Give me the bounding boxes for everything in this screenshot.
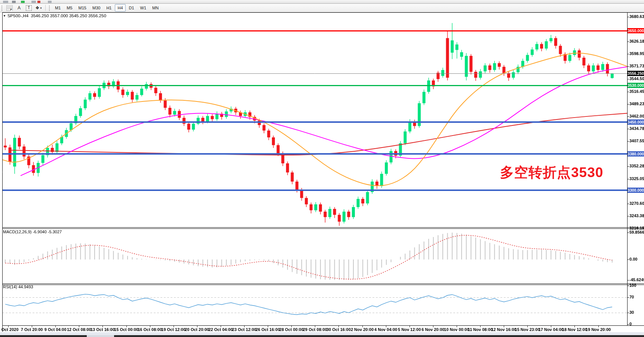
time-tick-label: 23 Oct 12:00 [232,327,257,332]
time-tick-label: 12 Oct 08:00 [67,327,91,332]
time-tick-label: 19 Oct 12:00 [161,327,185,332]
price-tick-label: 3243.380 [629,213,644,218]
price-level-badge: 3300.000 [628,188,644,193]
horizontal-scrollbar [0,332,644,337]
price-tick-label: 3270.605 [629,201,644,206]
time-tick-label: 18 Nov 12:00 [562,327,587,332]
top-strip-icon [37,1,40,3]
timeframe-button-m30[interactable]: M30 [90,4,103,12]
chart-annotation-text: 多空转折点3530 [500,163,603,182]
macd-tick-label: 59.8566 [629,230,644,234]
time-tick-label: 20 Oct 20:00 [185,327,209,332]
timeframe-button-m5[interactable]: M5 [64,4,75,12]
timeframe-button-m15[interactable]: M15 [76,4,89,12]
arrows-icon: ❖ [36,5,40,10]
text-icon: A [18,5,21,10]
rsi-tick-label: 30 [629,310,634,315]
top-strip-icon [3,1,8,3]
price-tick-label: 3626.180 [629,39,644,43]
scrollbar-thumb[interactable] [87,335,114,337]
time-tick-label: 10 Nov 00:00 [444,327,469,332]
macd-indicator-label: MACD(12,26,9) -6.9040 -5.3027 [3,230,62,234]
text-label-icon: T [26,5,32,11]
rsi-indicator-label: RSI(14) 44.9493 [3,285,33,289]
price-level-badge: 3650.000 [628,28,644,33]
time-tick-label: 28 Oct 00:00 [279,327,304,332]
time-tick-label: 22 Oct 04:00 [208,327,233,332]
timeframe-button-mn[interactable]: MN [150,4,161,12]
rsi-tick-label: 70 [629,295,634,299]
symbol-period-label: SP500-,H4 [7,13,28,18]
price-tick-label: 3598.955 [629,51,644,56]
time-tick-label: 11 Nov 08:00 [468,327,493,332]
time-tick-label: 5 Nov 12:00 [398,327,421,332]
time-tick-label: 15 Nov 23:00 [515,327,540,332]
price-level-badge: 3380.000 [628,151,644,157]
time-tick-label: 15 Oct 00:00 [114,327,138,332]
rsi-tick-label: 100 [629,283,636,288]
time-tick-label: 6 Nov 20:00 [421,327,444,332]
price-tick-label: 3516.455 [629,89,644,94]
text-tool-button[interactable]: A [15,4,24,12]
price-tick-label: 3462.005 [629,114,644,118]
collapse-triangle-icon[interactable]: ▼ [3,14,6,18]
time-tick-label: 26 Oct 16:00 [256,327,280,332]
timeframe-button-d1[interactable]: D1 [126,4,137,12]
time-tick-label: 6 Oct 2020 [0,327,19,332]
macd-tick-label: 0.00 [629,257,637,261]
time-tick-label: 2 Nov 20:00 [351,327,374,332]
price-tick-label: 3434.780 [629,126,644,131]
price-tick-label: 3571.730 [629,64,644,68]
price-tick-label: 3407.555 [629,139,644,143]
price-tick-label: 3680.630 [629,14,644,19]
price-tick-label: 3352.280 [629,164,644,168]
time-tick-label: 13 Oct 16:00 [91,327,115,332]
macd-tick-label: -45.6249 [629,277,644,282]
price-level-badge: 3556.250 [628,71,644,76]
text-label-tool-button[interactable]: T [24,4,33,12]
time-tick-label: 17 Nov 04:00 [539,327,564,332]
rsi-tick-label: 0 [629,322,632,326]
price-tick-label: 3489.230 [629,101,644,106]
top-strip-icon [12,1,16,3]
fibonacci-icon: F [6,5,13,11]
main-toolbar: F A T ❖ ▾ M1M5M15M30H1H4D1W1MN [0,4,644,12]
time-tick-label: 19 Nov 20:00 [586,327,611,332]
price-level-badge: 3450.000 [628,119,644,125]
time-tick-label: 29 Oct 08:00 [303,327,327,332]
chevron-down-icon: ▾ [40,6,42,10]
timeframe-button-group: M1M5M15M30H1H4D1W1MN [52,4,162,12]
toolbar-grip-handle[interactable] [1,5,3,11]
arrows-tool-button[interactable]: ❖ ▾ [34,4,43,12]
chart-symbol-title: ▼SP500-,H4 3546.250 3557.000 3545.250 35… [3,13,106,18]
toolbar-separator [45,5,46,11]
time-tick-label: 16 Oct 08:00 [138,327,162,332]
top-strip-icon [48,1,52,3]
timeframe-button-h1[interactable]: H1 [104,4,114,12]
top-strip-icon [21,1,25,3]
top-strip-icon [31,1,36,3]
price-level-badge: 3530.000 [628,83,644,88]
time-tick-label: 12 Nov 16:00 [491,327,516,332]
timeframe-button-w1[interactable]: W1 [138,4,149,12]
time-tick-label: 4 Nov 04:00 [374,327,397,332]
time-tick-label: 7 Oct 20:00 [21,327,43,332]
timeframe-button-h4[interactable]: H4 [115,4,125,12]
time-tick-label: 30 Oct 16:00 [326,327,351,332]
ohlc-values-label: 3546.250 3557.000 3545.250 3556.250 [31,13,106,18]
price-tick-label: 3325.055 [629,176,644,181]
window-top-strip [0,0,644,4]
timeframe-button-m1[interactable]: M1 [52,4,63,12]
fibonacci-tool-button[interactable]: F [5,4,14,12]
toolbar-grip-handle[interactable] [49,5,50,11]
price-tick-label: 3544.505 [629,76,644,81]
time-tick-label: 9 Oct 04:00 [45,327,67,332]
mt4-trading-app-window: { "window": { "top_strip_chips": ["#a9ae… [0,0,644,337]
